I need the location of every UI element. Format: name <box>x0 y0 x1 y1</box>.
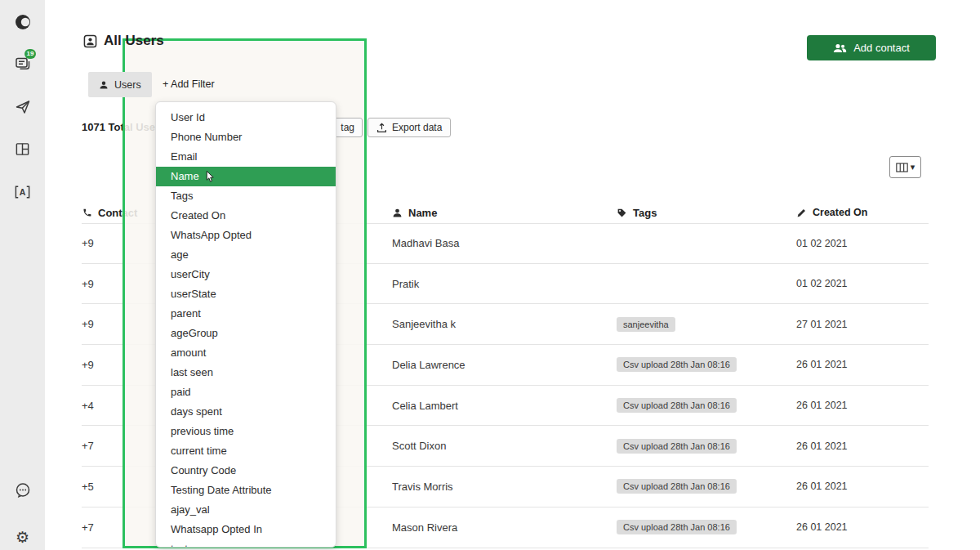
filter-option-label: WhatsApp Opted <box>171 229 252 241</box>
filter-option[interactable]: Country Code <box>156 461 336 481</box>
filter-option-label: age <box>171 248 189 261</box>
add-contact-people-icon <box>833 42 847 54</box>
tags-cell: Csv upload 28th Jan 08:16 <box>617 398 796 413</box>
filter-option-label: Email <box>171 150 198 163</box>
name-cell: Delia Lawrence <box>392 359 617 371</box>
filter-option[interactable]: parent <box>156 304 336 324</box>
column-header-label: Name <box>408 207 437 219</box>
name-cell: Travis Morris <box>392 481 617 493</box>
export-data-button[interactable]: Export data <box>368 118 451 137</box>
tag-chip: Csv upload 28th Jan 08:16 <box>617 520 737 534</box>
created-on-cell: 26 01 2021 <box>796 440 929 452</box>
filter-option-label: Tags <box>171 190 193 202</box>
column-header-label: Tags <box>633 207 657 219</box>
tag-chip: Csv upload 28th Jan 08:16 <box>617 479 737 494</box>
unread-count-badge: 19 <box>24 49 36 59</box>
name-cell: Mason Rivera <box>392 521 617 534</box>
filter-option[interactable]: previous time <box>156 422 336 441</box>
column-selector-button[interactable]: ▾ <box>889 156 921 178</box>
filter-option-label: amount <box>171 347 206 359</box>
add-filter-button[interactable]: + Add Filter <box>163 78 215 90</box>
filter-option[interactable]: last seen <box>156 363 336 382</box>
sidebar: A ⚙ 19 <box>0 0 45 550</box>
send-campaign-icon[interactable] <box>0 96 45 118</box>
name-cell: Scott Dixon <box>392 440 617 452</box>
filter-option[interactable]: days spent <box>156 402 336 422</box>
filter-option[interactable]: userCity <box>156 265 336 284</box>
filter-option-label: Name <box>171 170 199 182</box>
filter-option[interactable]: paid <box>156 382 336 402</box>
tag-chip: Csv upload 28th Jan 08:16 <box>617 398 737 413</box>
column-header-tags[interactable]: Tags <box>617 207 796 219</box>
page-title-text: All Users <box>104 33 164 49</box>
tag-chip: Csv upload 28th Jan 08:16 <box>617 439 737 454</box>
filter-option-label: previous time <box>171 425 234 437</box>
board-icon[interactable] <box>0 137 45 160</box>
filter-option[interactable]: test <box>156 539 336 548</box>
tags-cell: sanjeevitha <box>617 317 796 332</box>
filter-option[interactable]: User Id <box>156 108 336 127</box>
created-on-cell: 01 02 2021 <box>796 238 929 249</box>
filter-option-label: current time <box>171 445 227 457</box>
tab-users[interactable]: Users <box>88 72 152 97</box>
filter-option[interactable]: ageGroup <box>156 324 336 343</box>
page-title: All Users <box>83 33 164 49</box>
users-tab-person-icon <box>99 80 109 90</box>
filter-option[interactable]: Tags <box>156 186 336 206</box>
filter-option-label: userCity <box>171 268 210 280</box>
attributes-icon[interactable]: A <box>0 181 45 203</box>
add-contact-label: Add contact <box>853 42 910 54</box>
filter-option[interactable]: Testing Date Attribute <box>156 481 336 500</box>
app-screen: A ⚙ 19 All Users Add contact Users + Add… <box>0 0 980 550</box>
name-cell: Madhavi Basa <box>392 237 617 249</box>
columns-icon <box>896 163 908 172</box>
filter-option[interactable]: Created On <box>156 206 336 226</box>
messages-icon[interactable] <box>0 52 45 75</box>
created-on-cell: 26 01 2021 <box>796 359 929 370</box>
pencil-icon <box>796 208 807 218</box>
filter-option-label: Testing Date Attribute <box>171 484 272 496</box>
filter-option-label: userState <box>171 288 216 300</box>
filter-option[interactable]: amount <box>156 343 336 363</box>
created-on-cell: 01 02 2021 <box>796 278 929 289</box>
app-logo-icon[interactable] <box>0 11 45 34</box>
filter-option[interactable]: Email <box>156 147 336 167</box>
created-on-cell: 27 01 2021 <box>796 319 929 330</box>
filter-option[interactable]: WhatsApp Opted <box>156 226 336 245</box>
name-cell: Celia Lambert <box>392 400 617 412</box>
tags-cell: Csv upload 28th Jan 08:16 <box>617 357 796 372</box>
settings-gear-icon[interactable]: ⚙ <box>0 525 45 548</box>
filter-option[interactable]: Whatsapp Opted In <box>156 520 336 539</box>
created-on-cell: 26 01 2021 <box>796 481 929 492</box>
export-upload-icon <box>376 123 387 133</box>
filter-option-label: parent <box>171 307 201 320</box>
filter-option[interactable]: ajay_val <box>156 500 336 520</box>
all-users-icon <box>83 34 97 48</box>
export-data-label: Export data <box>392 122 442 133</box>
name-cell: Pratik <box>392 278 617 290</box>
filter-option[interactable]: current time <box>156 441 336 461</box>
filter-option-label: days spent <box>171 405 222 418</box>
name-cell: Sanjeevitha k <box>392 318 617 330</box>
add-contact-button[interactable]: Add contact <box>807 35 936 60</box>
tags-cell: Csv upload 28th Jan 08:16 <box>617 439 796 454</box>
filter-option-selected[interactable]: Name <box>156 167 336 186</box>
column-header-created-on[interactable]: Created On <box>796 207 929 218</box>
tag-button-label: tag <box>341 122 354 133</box>
filter-option[interactable]: age <box>156 245 336 265</box>
filter-option-label: Whatsapp Opted In <box>171 523 262 535</box>
filter-option-label: Country Code <box>171 464 236 476</box>
phone-icon <box>82 208 92 218</box>
column-header-name[interactable]: Name <box>392 207 617 219</box>
filter-option-label: paid <box>171 386 191 398</box>
tag-chip: sanjeevitha <box>617 317 675 332</box>
created-on-cell: 26 01 2021 <box>796 521 929 533</box>
tag-icon <box>617 208 627 218</box>
filter-option[interactable]: userState <box>156 284 336 304</box>
filter-option-label: ajay_val <box>171 503 210 516</box>
users-tab-label: Users <box>114 79 141 91</box>
column-header-label: Created On <box>813 207 867 218</box>
filter-option-label: Created On <box>171 209 225 221</box>
filter-option[interactable]: Phone Number <box>156 127 336 147</box>
support-chat-icon[interactable] <box>0 479 45 502</box>
